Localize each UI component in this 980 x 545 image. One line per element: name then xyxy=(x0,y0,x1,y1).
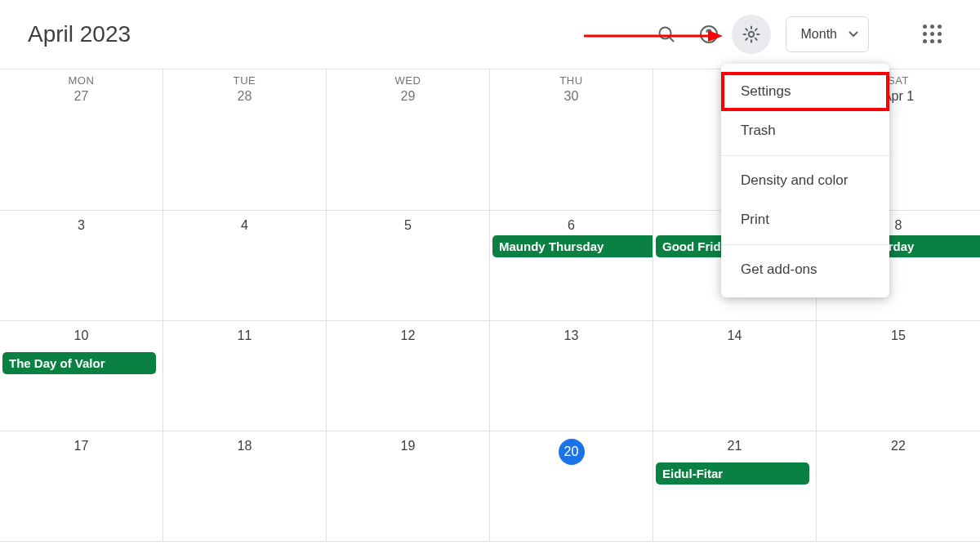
calendar-cell[interactable]: 18 xyxy=(163,431,327,542)
calendar-cell[interactable]: 4 xyxy=(163,211,327,321)
date-number[interactable]: 15 xyxy=(891,328,906,343)
calendar-cell[interactable]: 20 xyxy=(490,431,653,542)
calendar-cell[interactable]: 14 xyxy=(653,321,817,431)
chevron-down-icon xyxy=(849,31,858,38)
calendar-cell[interactable]: TUE28 xyxy=(163,69,327,211)
date-number[interactable]: 8 xyxy=(895,218,902,233)
calendar-cell[interactable]: 5 xyxy=(327,211,490,321)
day-of-week-label: MON xyxy=(68,74,94,87)
gear-icon xyxy=(742,25,761,44)
date-number[interactable]: 5 xyxy=(404,218,412,233)
calendar-event[interactable]: The Day of Valor xyxy=(2,352,156,374)
date-number[interactable]: 21 xyxy=(728,439,742,453)
day-of-week-label: SAT xyxy=(888,74,909,87)
svg-point-0 xyxy=(659,28,670,39)
calendar-cell[interactable]: 15 xyxy=(817,321,980,431)
svg-line-1 xyxy=(669,38,674,42)
menu-item-trash[interactable]: Trash xyxy=(721,111,889,150)
calendar-cell[interactable]: THU30 xyxy=(490,69,653,211)
menu-item-density[interactable]: Density and color xyxy=(721,161,889,200)
day-of-week-label: TUE xyxy=(234,74,256,87)
calendar-cell[interactable]: 12 xyxy=(327,321,490,431)
svg-point-4 xyxy=(748,32,753,37)
date-number[interactable]: 20 xyxy=(559,439,585,465)
calendar-cell[interactable]: WED29 xyxy=(327,69,490,211)
calendar-cell[interactable]: 22 xyxy=(817,431,980,542)
date-number[interactable]: 12 xyxy=(401,328,416,343)
search-button[interactable] xyxy=(647,15,686,54)
calendar-cell[interactable]: 17 xyxy=(0,431,163,542)
calendar-event[interactable]: Maundy Thursday xyxy=(492,235,653,257)
calendar-cell[interactable]: 13 xyxy=(490,321,653,431)
day-of-week-label: WED xyxy=(394,74,421,87)
date-number[interactable]: 13 xyxy=(564,328,579,343)
calendar-cell[interactable]: 21Eidul-Fitar xyxy=(653,431,817,542)
menu-separator xyxy=(721,155,889,156)
date-number[interactable]: 3 xyxy=(78,218,85,233)
date-number[interactable]: 18 xyxy=(238,439,252,453)
svg-point-3 xyxy=(708,38,710,39)
search-icon xyxy=(657,25,676,44)
menu-item-print[interactable]: Print xyxy=(721,200,889,239)
calendar-cell[interactable]: MON27 xyxy=(0,69,163,211)
date-number[interactable]: 14 xyxy=(728,328,742,343)
calendar-cell[interactable]: 3 xyxy=(0,211,163,321)
date-number[interactable]: 10 xyxy=(74,328,89,343)
calendar-cell[interactable]: 6Maundy Thursday xyxy=(490,211,653,321)
menu-separator xyxy=(721,244,889,245)
calendar-event[interactable]: Eidul-Fitar xyxy=(656,462,809,485)
day-of-week-label: THU xyxy=(559,74,583,87)
date-number[interactable]: 30 xyxy=(564,89,579,104)
apps-button[interactable] xyxy=(913,15,952,54)
view-selector[interactable]: Month xyxy=(786,16,869,52)
menu-item-settings[interactable]: Settings xyxy=(721,72,889,111)
settings-menu: Settings Trash Density and color Print G… xyxy=(721,64,889,297)
calendar-cell[interactable]: 19 xyxy=(327,431,490,542)
date-number[interactable]: 17 xyxy=(74,439,89,453)
apps-icon xyxy=(923,25,942,44)
date-number[interactable]: 4 xyxy=(241,218,248,233)
date-number[interactable]: 28 xyxy=(238,89,252,104)
date-number[interactable]: 27 xyxy=(74,89,89,104)
menu-item-addons[interactable]: Get add-ons xyxy=(721,250,889,289)
calendar-cell[interactable]: 11 xyxy=(163,321,327,431)
date-number[interactable]: 6 xyxy=(568,218,575,233)
date-number[interactable]: 29 xyxy=(401,89,416,104)
help-button[interactable] xyxy=(689,15,728,54)
calendar-cell[interactable]: 10The Day of Valor xyxy=(0,321,163,431)
view-selector-label: Month xyxy=(801,27,837,42)
date-number[interactable]: 22 xyxy=(891,439,906,453)
date-number[interactable]: 11 xyxy=(238,328,252,343)
page-title: April 2023 xyxy=(28,21,131,47)
date-number[interactable]: 19 xyxy=(401,439,416,453)
settings-button[interactable] xyxy=(732,15,771,54)
help-icon xyxy=(699,25,719,44)
